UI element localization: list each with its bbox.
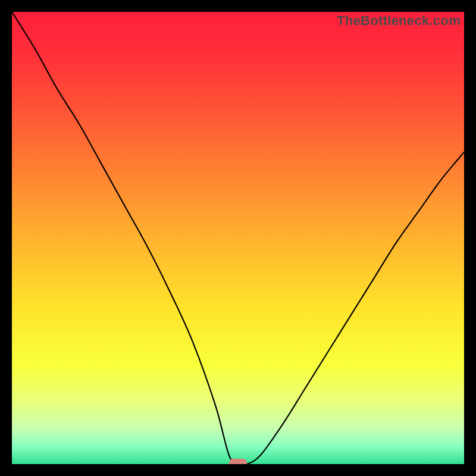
- chart-frame: TheBottleneck.com: [12, 12, 464, 464]
- chart-svg: [12, 12, 464, 464]
- watermark-text: TheBottleneck.com: [337, 13, 461, 29]
- bottleneck-chart: [12, 12, 464, 464]
- optimal-point-marker: [229, 459, 247, 464]
- gradient-background: [12, 12, 464, 464]
